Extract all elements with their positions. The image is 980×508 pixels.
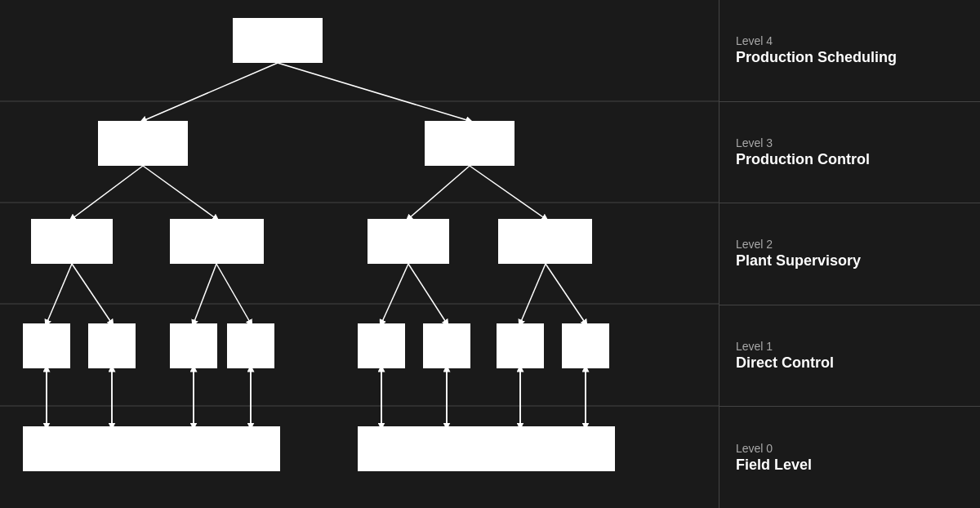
box-l4-1	[233, 18, 323, 63]
level-0-label: Level 0 Field Level	[719, 407, 980, 508]
diagram-area	[0, 0, 719, 508]
box-l1-4	[227, 323, 274, 368]
level-3-label: Level 3 Production Control	[719, 102, 980, 204]
svg-line-17	[546, 264, 586, 323]
level-2-name: Plant Supervisory	[736, 252, 861, 270]
level-4-name: Production Scheduling	[736, 49, 897, 66]
level-4-num: Level 4	[736, 34, 773, 47]
level-0-name: Field Level	[736, 457, 812, 474]
svg-line-5	[278, 63, 470, 121]
svg-line-16	[520, 264, 546, 323]
svg-line-8	[408, 166, 470, 219]
level-3-name: Production Control	[736, 151, 870, 168]
labels-area: Level 4 Production Scheduling Level 3 Pr…	[719, 0, 980, 508]
box-l1-3	[170, 323, 217, 368]
level-0-num: Level 0	[736, 442, 773, 455]
svg-line-13	[216, 264, 251, 323]
svg-line-14	[381, 264, 408, 323]
svg-line-9	[470, 166, 546, 219]
box-l0-2	[358, 426, 615, 471]
box-l1-7	[497, 323, 544, 368]
svg-line-6	[72, 166, 143, 219]
level-1-name: Direct Control	[736, 354, 834, 372]
box-l2-1	[31, 219, 113, 264]
svg-line-11	[72, 264, 112, 323]
svg-line-10	[47, 264, 72, 323]
box-l3-1	[98, 121, 188, 166]
box-l2-2	[170, 219, 264, 264]
box-l1-8	[562, 323, 609, 368]
level-1-label: Level 1 Direct Control	[719, 305, 980, 408]
box-l1-1	[23, 323, 70, 368]
box-l2-3	[368, 219, 449, 264]
level-4-label: Level 4 Production Scheduling	[719, 0, 980, 102]
svg-line-15	[408, 264, 447, 323]
level-1-num: Level 1	[736, 340, 773, 353]
box-l1-2	[88, 323, 136, 368]
svg-line-4	[143, 63, 278, 121]
svg-line-12	[194, 264, 216, 323]
level-3-num: Level 3	[736, 136, 773, 149]
box-l2-4	[498, 219, 592, 264]
diagram-svg	[0, 0, 719, 508]
box-l1-5	[358, 323, 405, 368]
level-2-num: Level 2	[736, 238, 773, 251]
main-container: Level 4 Production Scheduling Level 3 Pr…	[0, 0, 980, 508]
svg-line-7	[143, 166, 216, 219]
box-l0-1	[23, 426, 280, 471]
level-2-label: Level 2 Plant Supervisory	[719, 203, 980, 305]
box-l3-2	[425, 121, 514, 166]
box-l1-6	[423, 323, 470, 368]
